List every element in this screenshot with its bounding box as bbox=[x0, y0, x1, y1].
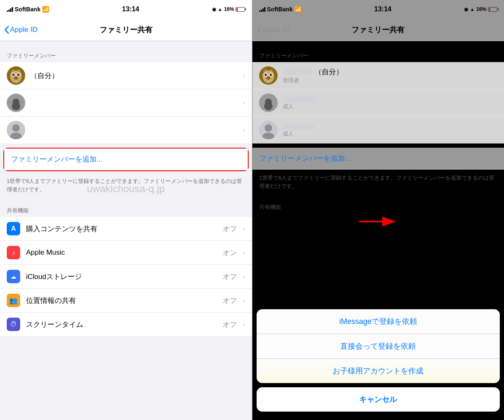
chevron-music-left: › bbox=[243, 249, 245, 256]
wifi-icon: 📶 bbox=[42, 6, 49, 13]
battery-pct-left: 16% bbox=[224, 6, 234, 12]
back-label-right: Apple ID bbox=[262, 26, 290, 34]
add-member-button-right[interactable]: ファミリーメンバーを追加... bbox=[252, 148, 504, 170]
section-header-members-right: ファミリーメンバー bbox=[252, 45, 504, 62]
carrier-label-right: SoftBank bbox=[267, 6, 293, 13]
avatar-3-right bbox=[259, 121, 278, 139]
time-label-left: 13:14 bbox=[122, 5, 139, 13]
time-label-right: 13:14 bbox=[374, 5, 391, 13]
svg-point-12 bbox=[7, 94, 25, 112]
chevron-screentime-left: › bbox=[243, 321, 245, 328]
section-header-features-left: 共有機能 bbox=[0, 200, 252, 217]
add-member-wrapper-right: ファミリーメンバーを追加... bbox=[252, 148, 504, 170]
feature-value-screentime-left: オフ bbox=[223, 320, 237, 329]
members-list-right: （自分） 管理者 › 成人 bbox=[252, 62, 504, 143]
feature-label-purchase-left: 購入コンテンツを共有 bbox=[26, 224, 223, 234]
action-sheet-item-imessage[interactable]: iMessageで登録を依頼 bbox=[257, 309, 500, 334]
action-sheet-item-direct[interactable]: 直接会って登録を依頼 bbox=[257, 334, 500, 358]
action-sheet-item-child[interactable]: お子様用アカウントを作成 bbox=[257, 358, 500, 383]
feature-value-music-left: オン bbox=[223, 248, 237, 258]
feature-value-location-left: オフ bbox=[223, 296, 237, 305]
battery-icon-right bbox=[488, 7, 497, 12]
spacer1 bbox=[0, 41, 252, 45]
member-item-3-right[interactable]: 成人 › bbox=[252, 117, 504, 143]
member-role-3-right: 成人 bbox=[283, 130, 492, 138]
carrier-label: SoftBank bbox=[15, 6, 40, 13]
status-bar-left: SoftBank 📶 13:14 ◉ ▲ 16% bbox=[0, 0, 252, 18]
feature-label-location-left: 位置情報の共有 bbox=[26, 296, 223, 305]
svg-point-24 bbox=[266, 76, 270, 80]
description-text-left: 1世帯で6人までファミリーに登録することができます。ファミリーメンバーを追加でき… bbox=[0, 173, 252, 200]
member-item-3-left[interactable]: › bbox=[0, 117, 252, 143]
feature-item-music-left[interactable]: ♪ Apple Music オン › bbox=[0, 241, 252, 265]
spacer2 bbox=[252, 41, 504, 45]
screentime-icon-left: ⏱ bbox=[7, 318, 20, 331]
member-info-2-right: 成人 bbox=[283, 95, 492, 110]
section-header-members-left: ファミリーメンバー bbox=[0, 45, 252, 62]
cell-signal-icon-right: ▲ bbox=[470, 7, 475, 12]
member-role-1-right: 管理者 bbox=[283, 77, 492, 84]
blurred-name-1-right bbox=[283, 69, 312, 75]
status-right-right: ◉ ▲ 16% bbox=[464, 6, 497, 12]
status-bar-right: SoftBank 📶 13:14 ◉ ▲ 16% bbox=[252, 0, 504, 18]
icloud-icon-left: ☁ bbox=[7, 270, 20, 283]
feature-label-icloud-left: iCloudストレージ bbox=[26, 272, 223, 282]
blurred-name-2-right bbox=[283, 97, 316, 102]
cell-signal-icon: ▲ bbox=[218, 7, 223, 12]
nav-title-right: ファミリー共有 bbox=[352, 25, 404, 35]
right-phone-screen: SoftBank 📶 13:14 ◉ ▲ 16% Apple ID ファミリー共… bbox=[252, 0, 504, 420]
svg-point-8 bbox=[14, 76, 18, 80]
member-item-1-left[interactable]: （自分） › bbox=[0, 62, 252, 89]
feature-label-screentime-left: スクリーンタイム bbox=[26, 320, 223, 329]
back-label-left: Apple ID bbox=[10, 26, 37, 34]
svg-point-4 bbox=[12, 73, 15, 76]
blurred-name-3-right bbox=[283, 124, 314, 130]
feature-item-location-left[interactable]: 👥 位置情報の共有 オフ › bbox=[0, 289, 252, 313]
member-self-label-right: （自分） bbox=[315, 67, 343, 77]
description-text-right: 1世帯で6人までファミリーに登録することができます。ファミリーメンバーを追加でき… bbox=[252, 170, 504, 197]
member-item-1-right[interactable]: （自分） 管理者 › bbox=[252, 62, 504, 89]
svg-point-14 bbox=[12, 124, 20, 132]
member-info-1-left: （自分） bbox=[30, 71, 239, 81]
chevron-3-right: › bbox=[495, 126, 497, 134]
svg-point-27 bbox=[264, 102, 273, 110]
nav-bar-right: Apple ID ファミリー共有 bbox=[252, 18, 504, 41]
chevron-3-left: › bbox=[243, 126, 245, 134]
add-member-label-left: ファミリーメンバーを追加... bbox=[11, 154, 102, 164]
svg-point-29 bbox=[265, 124, 272, 132]
action-sheet-container: iMessageで登録を依頼 直接会って登録を依頼 お子様用アカウントを作成 キ… bbox=[252, 309, 504, 420]
add-member-button-left[interactable]: ファミリーメンバーを追加... bbox=[4, 149, 248, 170]
feature-item-screentime-left[interactable]: ⏱ スクリーンタイム オフ › bbox=[0, 313, 252, 336]
member-item-2-left[interactable]: › bbox=[0, 89, 252, 117]
wifi-icon-right: 📶 bbox=[294, 6, 302, 13]
status-bar-right-info: SoftBank 📶 bbox=[259, 6, 302, 13]
left-phone-screen: SoftBank 📶 13:14 ◉ ▲ 16% Apple ID ファミリー共… bbox=[0, 0, 252, 420]
location-icon-right: ◉ bbox=[464, 7, 468, 12]
member-item-2-right[interactable]: 成人 › bbox=[252, 89, 504, 117]
back-button-right[interactable]: Apple ID bbox=[257, 26, 290, 34]
svg-point-22 bbox=[266, 74, 267, 75]
svg-point-7 bbox=[18, 74, 19, 75]
features-list-left: A 購入コンテンツを共有 オフ › ♪ Apple Music オン › ☁ bbox=[0, 217, 252, 336]
svg-point-23 bbox=[271, 74, 272, 75]
chevron-2-right: › bbox=[495, 99, 497, 107]
status-right-left: ◉ ▲ 16% bbox=[212, 6, 245, 12]
nav-bar-left: Apple ID ファミリー共有 bbox=[0, 18, 252, 41]
add-member-label-right: ファミリーメンバーを追加... bbox=[259, 154, 351, 163]
location-icon: ◉ bbox=[212, 7, 216, 12]
signal-icon-right bbox=[259, 7, 265, 12]
feature-item-icloud-left[interactable]: ☁ iCloudストレージ オフ › bbox=[0, 265, 252, 289]
appstore-icon-left: A bbox=[7, 222, 20, 235]
battery-fill-left bbox=[236, 8, 238, 11]
battery-fill-right bbox=[489, 8, 490, 11]
back-button-left[interactable]: Apple ID bbox=[4, 26, 37, 34]
chevron-1-left: › bbox=[243, 72, 245, 79]
members-list-left: （自分） › › bbox=[0, 62, 252, 143]
feature-value-icloud-left: オフ bbox=[223, 272, 237, 282]
feature-item-purchase-left[interactable]: A 購入コンテンツを共有 オフ › bbox=[0, 217, 252, 241]
avatar-1-left bbox=[7, 66, 25, 85]
music-icon-left: ♪ bbox=[7, 246, 20, 259]
member-name-1-left: （自分） bbox=[30, 71, 239, 81]
cancel-button[interactable]: キャンセル bbox=[257, 387, 500, 412]
location-icon-left: 👥 bbox=[7, 294, 20, 307]
